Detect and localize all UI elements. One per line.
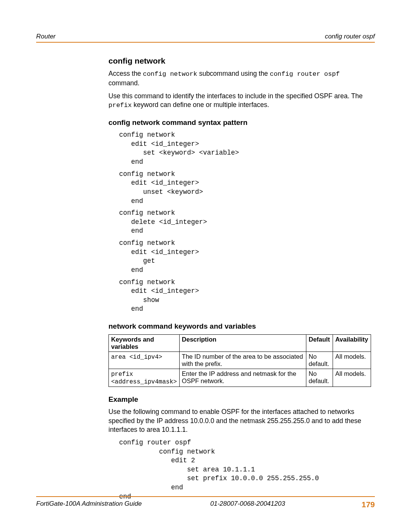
td-availability: All models. <box>333 352 371 369</box>
code-block-syntax-2: config network edit <id_integer> unset <… <box>119 170 371 206</box>
th-keywords: Keywords and variables <box>109 335 180 352</box>
subsection-title-example: Example <box>108 395 371 404</box>
td-keyword: area <id_ipv4> <box>109 352 180 369</box>
code-block-syntax-3: config network delete <id_integer> end <box>119 209 371 236</box>
td-description: The ID number of the area to be associat… <box>179 352 306 369</box>
keyword-code-line2: <address_ipv4mask> <box>111 379 177 385</box>
text: keyword can define one or multiple inter… <box>132 101 269 109</box>
td-default: No default. <box>306 369 333 387</box>
code-block-example: config router ospf config network edit 2… <box>119 438 371 501</box>
code-block-syntax-1: config network edit <id_integer> set <ke… <box>119 131 371 167</box>
subsection-title-syntax: config network command syntax pattern <box>108 118 371 127</box>
text: Access the <box>108 70 143 77</box>
subsection-title-keywords: network command keywords and variables <box>108 322 371 331</box>
example-para: Use the following command to enable OSPF… <box>108 407 371 435</box>
page-number: 179 <box>362 500 375 509</box>
section-para-1: Access the config network subcommand usi… <box>108 69 371 88</box>
header-right: config router ospf <box>325 33 375 40</box>
page-footer: FortiGate-100A Administration Guide 01-2… <box>36 496 375 509</box>
footer-rule <box>36 496 375 497</box>
text: command. <box>108 79 140 87</box>
header-left: Router <box>36 33 56 40</box>
keyword-code-line1: prefix <box>111 371 133 378</box>
page-content: config network Access the config network… <box>108 56 371 501</box>
td-default: No default. <box>306 352 333 369</box>
inline-code-config-router-ospf: config router ospf <box>270 70 340 78</box>
text: subcommand using the <box>197 70 270 77</box>
keywords-table: Keywords and variables Description Defau… <box>108 334 371 387</box>
td-availability: All models. <box>333 369 371 387</box>
footer-mid: 01-28007-0068-20041203 <box>187 500 361 509</box>
th-default: Default <box>306 335 333 352</box>
table-row: prefix<address_ipv4mask> Enter the IP ad… <box>109 369 371 387</box>
footer-left: FortiGate-100A Administration Guide <box>36 500 187 509</box>
inline-code-config-network: config network <box>143 70 197 78</box>
th-availability: Availability <box>333 335 371 352</box>
section-para-2: Use this command to identify the interfa… <box>108 92 371 110</box>
inline-code-prefix: prefix <box>108 102 132 109</box>
footer-row: FortiGate-100A Administration Guide 01-2… <box>36 500 375 509</box>
code-block-syntax-4: config network edit <id_integer> get end <box>119 239 371 275</box>
text: Use this command to identify the interfa… <box>108 92 363 100</box>
table-header-row: Keywords and variables Description Defau… <box>109 335 371 352</box>
table-row: area <id_ipv4> The ID number of the area… <box>109 352 371 369</box>
td-keyword: prefix<address_ipv4mask> <box>109 369 180 387</box>
td-description: Enter the IP address and netmask for the… <box>179 369 306 387</box>
keyword-code: area <id_ipv4> <box>111 354 162 361</box>
section-title-config-network: config network <box>108 56 371 66</box>
page-header: Router config router ospf <box>36 33 375 43</box>
code-block-syntax-5: config network edit <id_integer> show en… <box>119 278 371 314</box>
th-description: Description <box>179 335 306 352</box>
